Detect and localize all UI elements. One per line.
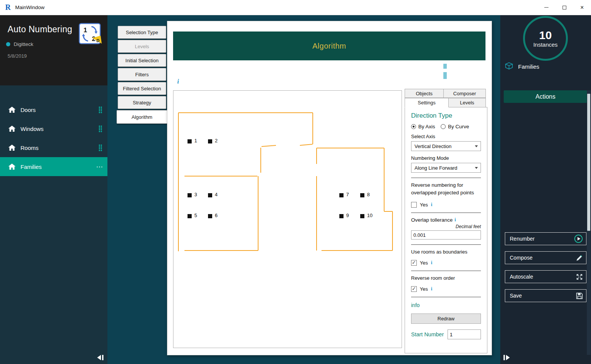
divider [411,178,481,178]
drag-handle-icon[interactable] [98,125,102,132]
center-area: Selection Type Levels Initial Selection … [107,15,500,364]
step-initial-selection[interactable]: Initial Selection [118,54,166,67]
expand-arrows-icon [576,273,583,280]
direction-type-radios: By Axis By Curve [411,124,481,129]
plan-point-number: 6 [215,213,217,218]
plan-point [188,139,192,143]
autoscale-button[interactable]: Autoscale [505,270,586,283]
step-selection-type[interactable]: Selection Type [118,26,166,39]
plan-point [208,214,212,218]
actions-scrollbar[interactable] [587,90,591,355]
use-rooms-checkbox[interactable] [411,260,417,266]
vendor-status-dot [6,42,10,46]
radio-by-axis[interactable] [411,124,416,129]
divider [411,244,481,245]
tab-composer[interactable]: Composer [443,89,486,98]
plan-point-number: 8 [367,192,370,197]
selected-category-row: Families [505,62,539,71]
minimize-icon [544,7,548,8]
redraw-button[interactable]: Redraw [411,314,481,324]
settings-panel: Direction Type By Axis By Curve Select A… [405,107,487,353]
renumber-button[interactable]: Renumber [505,232,586,245]
checkbox-label: Yes [420,286,428,292]
start-number-label: Start Number [411,331,444,337]
play-circle-icon [574,234,583,243]
step-levels: Levels [118,40,166,53]
select-axis-label: Select Axis [411,134,481,139]
overlap-tolerance-info-icon[interactable]: i [455,217,456,223]
sidebar-item-label: Windows [20,126,44,132]
banner-info-icon [443,64,447,79]
pencil-icon [576,254,583,262]
numbering-mode-dropdown[interactable]: Along Line Forward [411,163,481,173]
reverse-overlap-label: Reverse numbering for overlapped project… [411,181,481,197]
checkbox-label: Yes [420,260,428,266]
instances-count: 10 [539,29,552,41]
overlap-tolerance-input[interactable] [411,230,481,240]
svg-text:D: D [96,38,99,43]
sidebar-item-windows[interactable]: Windows [0,119,107,138]
main-panel: Algorithm i 12345678910 Objects Composer… [167,21,492,355]
plan-point [208,139,212,143]
sidebar-item-families[interactable]: Families ··· [0,157,107,176]
checkbox-label: Yes [420,202,428,208]
plan-preview-canvas: 12345678910 [173,90,402,348]
sidebar-item-label: Doors [20,107,36,113]
radio-by-axis-label: By Axis [418,124,435,129]
sidebar-item-doors[interactable]: Doors [0,100,107,119]
scrollbar-thumb[interactable] [587,94,590,231]
collapse-left-sidebar-button[interactable] [96,355,104,362]
collapse-right-sidebar-button[interactable] [503,355,511,362]
more-options-icon[interactable]: ··· [96,164,103,170]
plan-point-number: 10 [367,213,372,218]
minimize-button[interactable] [537,0,555,15]
direction-type-heading: Direction Type [411,112,481,120]
plan-point [188,214,192,218]
reverse-room-info-icon[interactable]: i [431,286,432,292]
save-button[interactable]: Save [505,289,586,302]
step-filtered-selection[interactable]: Filtered Selection [118,82,166,95]
close-button[interactable]: × [573,0,591,15]
start-number-input[interactable] [448,329,481,339]
app-logo-icon: 1 2 D [79,22,102,48]
tab-objects[interactable]: Objects [405,89,444,98]
plan-wall-line [262,145,276,147]
action-button-label: Autoscale [510,274,533,280]
inspector-tabs-top: Objects Composer [405,89,486,98]
info-link[interactable]: info [411,302,481,308]
step-filters[interactable]: Filters [118,68,166,81]
left-sidebar: Auto Numbering 1 2 D Digitteck 5/8/2019 … [0,15,107,364]
maximize-button[interactable] [555,0,573,15]
divider [411,213,481,213]
home-icon [8,164,16,170]
compose-button[interactable]: Compose [505,251,586,264]
instances-label: Instances [533,41,558,48]
axis-dropdown[interactable]: Vertical Direction [411,141,481,151]
reverse-overlap-checkbox[interactable] [411,202,417,208]
tab-settings[interactable]: Settings [405,98,449,107]
plan-point [339,214,344,218]
algorithm-info-icon[interactable]: i [177,78,179,85]
drag-handle-icon[interactable] [98,144,102,151]
use-rooms-row: Yes i [411,260,481,266]
overlap-tolerance-row: Overlap tollerance i [411,217,481,223]
radio-by-curve-label: By Curve [448,124,469,129]
tab-levels[interactable]: Levels [448,98,486,107]
step-algorithm[interactable]: Algorithm [117,110,167,124]
start-number-row: Start Number [411,329,481,339]
radio-by-curve[interactable] [441,124,446,129]
step-strategy[interactable]: Strategy [118,96,166,109]
right-sidebar: 10 Instances Families Actions Renumber C… [500,15,591,364]
app-date: 5/8/2019 [8,53,27,59]
reverse-overlap-row: Yes i [411,202,481,208]
use-rooms-info-icon[interactable]: i [431,260,432,266]
sidebar-item-rooms[interactable]: Rooms [0,138,107,157]
divider [411,297,481,297]
drag-handle-icon[interactable] [98,106,102,113]
reverse-overlap-info-icon[interactable]: i [431,202,432,208]
reverse-room-label: Reverse room order [411,275,481,281]
reverse-room-checkbox[interactable] [411,286,417,292]
app-title: Auto Numbering [8,24,72,35]
window-title: MainWindow [15,5,44,10]
plan-point-number: 4 [215,192,217,197]
